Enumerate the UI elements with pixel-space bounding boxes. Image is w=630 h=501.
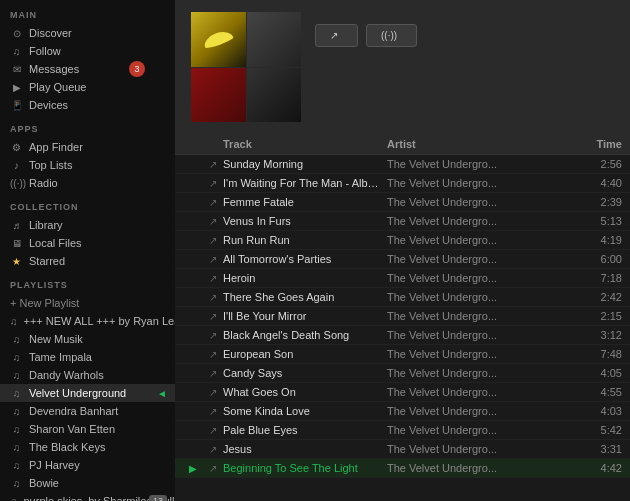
table-row[interactable]: ↗HeroinThe Velvet Undergro...7:18: [175, 269, 630, 288]
sidebar-item-purple-skies[interactable]: ♫purple skies. by Sharmilee Null13: [0, 492, 175, 501]
table-row[interactable]: ↗There She Goes AgainThe Velvet Undergro…: [175, 288, 630, 307]
sidebar-item-pj-harvey[interactable]: ♫PJ Harvey: [0, 456, 175, 474]
track-artist: The Velvet Undergro...: [387, 462, 567, 474]
sidebar-item-new-playlist[interactable]: + New Playlist: [0, 294, 175, 312]
table-row[interactable]: ↗Pale Blue EyesThe Velvet Undergro...5:4…: [175, 421, 630, 440]
sidebar-item-play-queue[interactable]: ▶Play Queue: [0, 78, 175, 96]
track-share-icon: ↗: [203, 463, 223, 474]
sidebar-label-bowie: Bowie: [29, 477, 59, 489]
table-row[interactable]: ↗Venus In FursThe Velvet Undergro...5:13: [175, 212, 630, 231]
track-time: 2:15: [567, 310, 622, 322]
sidebar-item-top-lists[interactable]: ♪Top Lists: [0, 156, 175, 174]
sidebar-item-local-files[interactable]: 🖥Local Files: [0, 234, 175, 252]
track-share-icon: ↗: [203, 368, 223, 379]
sidebar-item-tame-impala[interactable]: ♫Tame Impala: [0, 348, 175, 366]
sidebar-label-dandy-warhols: Dandy Warhols: [29, 369, 104, 381]
sidebar-section-collection: COLLECTION: [0, 192, 175, 216]
track-time: 3:31: [567, 443, 622, 455]
col-track: Track: [223, 138, 387, 150]
sidebar-item-library[interactable]: ♬Library: [0, 216, 175, 234]
track-name: What Goes On: [223, 386, 387, 398]
sidebar-label-the-black-keys: The Black Keys: [29, 441, 105, 453]
track-time: 4:55: [567, 386, 622, 398]
track-time: 4:19: [567, 234, 622, 246]
app-finder-icon: ⚙: [10, 142, 23, 153]
track-time: 3:12: [567, 329, 622, 341]
sidebar-item-starred[interactable]: ★Starred: [0, 252, 175, 270]
sidebar-label-starred: Starred: [29, 255, 65, 267]
album-collage: [191, 12, 301, 122]
track-name: There She Goes Again: [223, 291, 387, 303]
table-row[interactable]: ▶↗Beginning To See The LightThe Velvet U…: [175, 459, 630, 478]
table-row[interactable]: ↗I'm Waiting For The Man - Album Version…: [175, 174, 630, 193]
sidebar-label-radio: Radio: [29, 177, 58, 189]
track-artist: The Velvet Undergro...: [387, 215, 567, 227]
sidebar-item-discover[interactable]: ⊙Discover: [0, 24, 175, 42]
dandy-warhols-icon: ♫: [10, 370, 23, 381]
share-button[interactable]: ↗: [315, 24, 358, 47]
track-share-icon: ↗: [203, 330, 223, 341]
sidebar-item-bowie[interactable]: ♫Bowie: [0, 474, 175, 492]
sidebar-item-follow[interactable]: ♫Follow: [0, 42, 175, 60]
sidebar-item-messages[interactable]: ✉Messages3: [0, 60, 175, 78]
sidebar-label-new-musik: New Musik: [29, 333, 83, 345]
track-share-icon: ↗: [203, 216, 223, 227]
track-artist: The Velvet Undergro...: [387, 424, 567, 436]
sidebar-item-velvet-underground[interactable]: ♫Velvet Underground◄: [0, 384, 175, 402]
table-row[interactable]: ↗Black Angel's Death SongThe Velvet Unde…: [175, 326, 630, 345]
sidebar-item-radio[interactable]: ((·))Radio: [0, 174, 175, 192]
sidebar-section-main: MAIN: [0, 0, 175, 24]
sidebar-item-new-all[interactable]: ♫+++ NEW ALL +++ by Ryan Leary: [0, 312, 175, 330]
track-artist: The Velvet Undergro...: [387, 348, 567, 360]
sidebar-item-app-finder[interactable]: ⚙App Finder: [0, 138, 175, 156]
track-artist: The Velvet Undergro...: [387, 367, 567, 379]
table-row[interactable]: ↗Some Kinda LoveThe Velvet Undergro...4:…: [175, 402, 630, 421]
header-info: ↗ ((·)): [315, 12, 614, 47]
album-thumb-1: [191, 12, 246, 67]
table-row[interactable]: ↗Candy SaysThe Velvet Undergro...4:05: [175, 364, 630, 383]
sidebar-label-discover: Discover: [29, 27, 72, 39]
track-time: 5:42: [567, 424, 622, 436]
col-time: Time: [567, 138, 622, 150]
sidebar-item-dandy-warhols[interactable]: ♫Dandy Warhols: [0, 366, 175, 384]
table-row[interactable]: ↗What Goes OnThe Velvet Undergro...4:55: [175, 383, 630, 402]
sidebar-label-follow: Follow: [29, 45, 61, 57]
start-radio-button[interactable]: ((·)): [366, 24, 417, 47]
sidebar-label-play-queue: Play Queue: [29, 81, 86, 93]
sidebar-item-sharon-van-etten[interactable]: ♫Sharon Van Etten: [0, 420, 175, 438]
track-share-icon: ↗: [203, 387, 223, 398]
track-share-icon: ↗: [203, 292, 223, 303]
discover-icon: ⊙: [10, 28, 23, 39]
col-num: [183, 138, 203, 150]
header-buttons: ↗ ((·)): [315, 24, 614, 47]
track-name: Beginning To See The Light: [223, 462, 387, 474]
sidebar-section-playlists: PLAYLISTS: [0, 270, 175, 294]
table-header: Track Artist Time: [175, 134, 630, 155]
track-share-icon: ↗: [203, 425, 223, 436]
track-name: Sunday Morning: [223, 158, 387, 170]
sidebar-item-devendra-banhart[interactable]: ♫Devendra Banhart: [0, 402, 175, 420]
table-row[interactable]: ↗Femme FataleThe Velvet Undergro...2:39: [175, 193, 630, 212]
table-row[interactable]: ↗JesusThe Velvet Undergro...3:31: [175, 440, 630, 459]
sidebar: MAIN⊙Discover♫Follow✉Messages3▶Play Queu…: [0, 0, 175, 501]
track-share-icon: ↗: [203, 178, 223, 189]
table-row[interactable]: ↗Run Run RunThe Velvet Undergro...4:19: [175, 231, 630, 250]
table-row[interactable]: ↗I'll Be Your MirrorThe Velvet Undergro.…: [175, 307, 630, 326]
sidebar-item-the-black-keys[interactable]: ♫The Black Keys: [0, 438, 175, 456]
track-share-icon: ↗: [203, 254, 223, 265]
sidebar-item-new-musik[interactable]: ♫New Musik: [0, 330, 175, 348]
album-thumb-4: [247, 68, 302, 123]
table-row[interactable]: ↗European SonThe Velvet Undergro...7:48: [175, 345, 630, 364]
sidebar-label-tame-impala: Tame Impala: [29, 351, 92, 363]
devendra-banhart-icon: ♫: [10, 406, 23, 417]
track-share-icon: ↗: [203, 159, 223, 170]
count-badge-purple-skies: 13: [149, 495, 167, 501]
col-artist: Artist: [387, 138, 567, 150]
sidebar-item-devices[interactable]: 📱Devices: [0, 96, 175, 114]
table-row[interactable]: ↗All Tomorrow's PartiesThe Velvet Underg…: [175, 250, 630, 269]
sidebar-label-app-finder: App Finder: [29, 141, 83, 153]
track-name: Run Run Run: [223, 234, 387, 246]
track-artist: The Velvet Undergro...: [387, 329, 567, 341]
track-name: Candy Says: [223, 367, 387, 379]
table-row[interactable]: ↗Sunday MorningThe Velvet Undergro...2:5…: [175, 155, 630, 174]
